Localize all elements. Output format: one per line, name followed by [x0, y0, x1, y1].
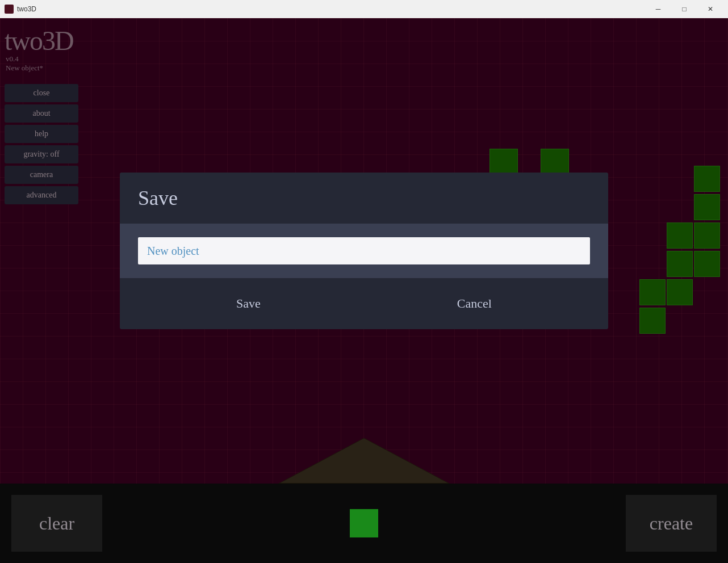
modal-overlay: Save Save Cancel: [0, 18, 728, 484]
app-icon: [5, 5, 14, 14]
save-filename-input[interactable]: [138, 237, 590, 264]
maximize-button[interactable]: □: [671, 0, 697, 18]
titlebar-title: two3D: [17, 5, 36, 13]
cancel-button[interactable]: Cancel: [434, 292, 514, 316]
save-confirm-button[interactable]: Save: [214, 292, 283, 316]
modal-title: Save: [138, 187, 178, 209]
titlebar-left: two3D: [5, 5, 36, 14]
save-modal: Save Save Cancel: [120, 173, 608, 329]
titlebar-controls: ─ □ ✕: [645, 0, 723, 18]
window-close-button[interactable]: ✕: [697, 0, 723, 18]
minimize-button[interactable]: ─: [645, 0, 671, 18]
modal-body: [120, 224, 608, 278]
bottom-bar: clear create: [0, 484, 728, 563]
modal-footer: Save Cancel: [120, 278, 608, 329]
modal-header: Save: [120, 173, 608, 224]
app-area: two3D v0.4 New object* close about help …: [0, 18, 728, 563]
clear-button[interactable]: clear: [11, 495, 102, 552]
bottom-green-square: [350, 509, 378, 537]
create-button[interactable]: create: [626, 495, 717, 552]
title-bar: two3D ─ □ ✕: [0, 0, 728, 18]
